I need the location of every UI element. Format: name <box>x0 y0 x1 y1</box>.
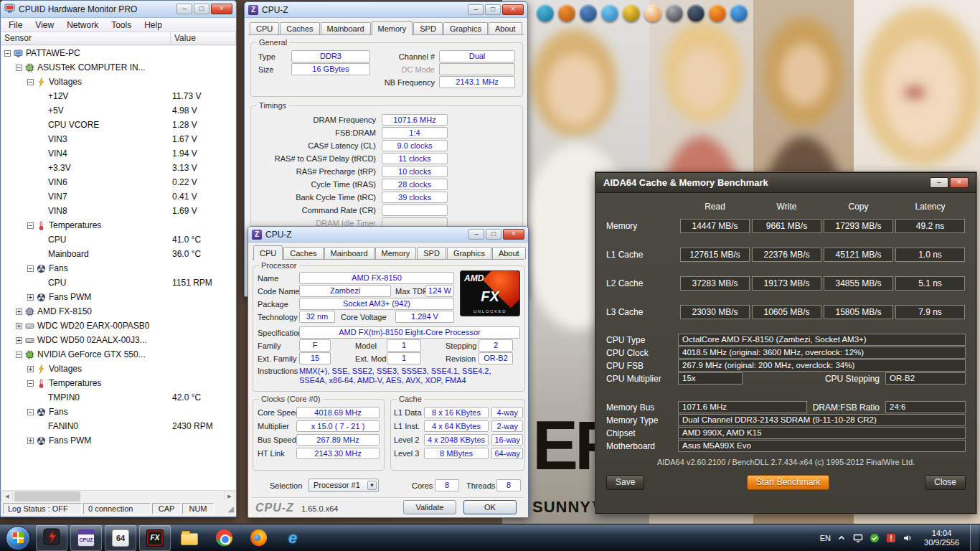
tree-item[interactable]: −Temperatures <box>1 218 235 232</box>
expand-toggle-icon[interactable]: − <box>27 409 34 415</box>
tree-item[interactable]: −Fans <box>1 261 235 276</box>
cpuz-cpu-titlebar[interactable]: Z CPU-Z – □ × <box>248 227 528 242</box>
tree-item[interactable]: +AMD FX-8150 <box>1 304 235 319</box>
scrollbar-thumb[interactable] <box>14 491 80 501</box>
menu-help[interactable]: Help <box>138 19 169 32</box>
tree-item[interactable]: Mainboard36.0 °C <box>1 247 235 261</box>
tree-item[interactable]: −PATTAWE-PC <box>1 46 235 60</box>
taskbar-item-amd-fx[interactable]: FX <box>139 525 171 551</box>
expand-toggle-icon[interactable]: + <box>27 294 34 301</box>
menu-view[interactable]: View <box>29 19 60 32</box>
tree-item[interactable]: +Fans PWM <box>1 290 235 304</box>
tree-item[interactable]: −Temperatures <box>1 376 235 390</box>
hidden-icons-chevron-icon[interactable] <box>836 532 847 544</box>
minimize-button[interactable]: – <box>176 4 192 14</box>
dock-icon-8[interactable] <box>687 4 705 22</box>
close-button[interactable]: × <box>503 229 524 240</box>
tree-item[interactable]: VIN31.67 V <box>1 132 235 146</box>
tree-item[interactable]: +Voltages <box>1 362 235 376</box>
tree-item[interactable]: +5V4.98 V <box>1 103 235 118</box>
dock-icon-9[interactable] <box>709 4 726 22</box>
save-button[interactable]: Save <box>606 475 644 490</box>
expand-toggle-icon[interactable]: − <box>27 222 34 229</box>
maximize-button[interactable]: □ <box>194 4 209 14</box>
expand-toggle-icon[interactable]: + <box>16 309 22 315</box>
tree-item[interactable]: FANIN02430 RPM <box>1 419 235 433</box>
tree-item[interactable]: VIN70.41 V <box>1 189 235 204</box>
column-header-sensor[interactable]: Sensor <box>1 32 171 44</box>
scroll-left-icon[interactable]: ◀ <box>1 491 13 502</box>
tree-item[interactable]: +3.3V3.13 V <box>1 161 235 175</box>
display-tray-icon[interactable] <box>852 532 864 544</box>
close-button[interactable]: Close <box>925 475 966 490</box>
minimize-button[interactable]: – <box>930 177 948 188</box>
taskbar-item-internet-explorer[interactable]: e <box>277 525 308 551</box>
tab-cpu[interactable]: CPU <box>250 22 279 34</box>
volume-icon[interactable] <box>902 532 913 544</box>
tab-caches[interactable]: Caches <box>283 247 323 259</box>
tab-spd[interactable]: SPD <box>417 247 446 259</box>
minimize-button[interactable]: – <box>468 4 484 15</box>
dock-icon-5[interactable] <box>623 4 640 22</box>
tree-item[interactable]: VIN60.22 V <box>1 175 235 189</box>
processor-select[interactable]: Processor #1 ▼ <box>308 479 379 492</box>
horizontal-scrollbar[interactable]: ◀ ▶ <box>1 490 235 501</box>
aida64-titlebar[interactable]: AIDA64 Cache & Memory Benchmark – × <box>596 173 976 193</box>
menu-file[interactable]: File <box>2 19 29 32</box>
tree-item[interactable]: VIN81.69 V <box>1 204 235 218</box>
tree-item[interactable]: CPU1151 RPM <box>1 276 235 290</box>
tree-item[interactable]: +12V11.73 V <box>1 89 235 103</box>
tab-caches[interactable]: Caches <box>280 22 319 34</box>
expand-toggle-icon[interactable]: + <box>16 323 22 329</box>
tree-item[interactable]: +WDC WD50 02AALX-00J3... <box>1 333 235 347</box>
dock-icon-10[interactable] <box>730 4 748 22</box>
tree-item[interactable]: −Voltages <box>1 75 235 89</box>
expand-toggle-icon[interactable]: − <box>27 380 34 387</box>
taskbar-item-hwmonitor[interactable] <box>36 525 67 551</box>
tree-item[interactable]: CPU41.0 °C <box>1 232 235 247</box>
tab-graphics[interactable]: Graphics <box>447 247 491 259</box>
tab-about[interactable]: About <box>492 247 526 259</box>
hwmonitor-titlebar[interactable]: CPUID Hardware Monitor PRO – □ × <box>1 1 236 18</box>
tree-item[interactable]: +Fans PWM <box>1 433 235 448</box>
tab-mainboard[interactable]: Mainboard <box>324 247 374 259</box>
menu-tools[interactable]: Tools <box>105 19 138 32</box>
column-header-value[interactable]: Value <box>171 32 236 44</box>
tab-about[interactable]: About <box>489 22 522 34</box>
start-benchmark-button[interactable]: Start Benchmark <box>747 475 829 490</box>
taskbar-item-explorer[interactable] <box>174 525 205 551</box>
chevron-down-icon[interactable]: ▼ <box>367 481 377 490</box>
tree-item[interactable]: −ASUSTeK COMPUTER IN... <box>1 60 235 75</box>
update-tray-icon[interactable] <box>869 532 880 544</box>
expand-toggle-icon[interactable]: − <box>4 50 11 57</box>
tree-item[interactable]: −NVIDIA GeForce GTX 550... <box>1 347 235 362</box>
menu-network[interactable]: Network <box>60 19 105 32</box>
dock-icon-2[interactable] <box>558 4 575 22</box>
maximize-button[interactable]: □ <box>486 229 501 240</box>
dock-icon-4[interactable] <box>601 4 618 22</box>
expand-toggle-icon[interactable]: − <box>16 65 22 71</box>
start-button[interactable] <box>6 526 30 550</box>
tab-mainboard[interactable]: Mainboard <box>321 22 371 34</box>
dock-icon-3[interactable] <box>580 4 597 22</box>
minimize-button[interactable]: – <box>468 229 484 240</box>
close-button[interactable]: × <box>950 177 969 188</box>
dock-icon-1[interactable] <box>537 4 554 22</box>
scroll-right-icon[interactable]: ▶ <box>224 491 235 502</box>
taskbar-item-cpuz[interactable]: CPUZ <box>70 525 102 551</box>
close-button[interactable]: × <box>502 4 524 15</box>
dock-icon-6[interactable] <box>644 4 661 22</box>
tab-cpu[interactable]: CPU <box>253 245 283 260</box>
maximize-button[interactable]: □ <box>485 4 501 15</box>
taskbar-item-firefox[interactable] <box>242 525 274 551</box>
validate-button[interactable]: Validate <box>403 500 456 514</box>
ok-button[interactable]: OK <box>463 500 517 514</box>
cpuz-memory-titlebar[interactable]: Z CPU-Z – □ × <box>245 2 527 18</box>
clock[interactable]: 14:04 30/9/2556 <box>918 529 965 547</box>
expand-toggle-icon[interactable]: + <box>27 366 34 372</box>
dock-icon-7[interactable] <box>666 4 683 22</box>
language-indicator[interactable]: EN <box>820 534 831 542</box>
taskbar-item-aida64[interactable]: 64 <box>105 525 136 551</box>
expand-toggle-icon[interactable]: − <box>27 265 34 272</box>
tab-memory[interactable]: Memory <box>375 247 417 259</box>
